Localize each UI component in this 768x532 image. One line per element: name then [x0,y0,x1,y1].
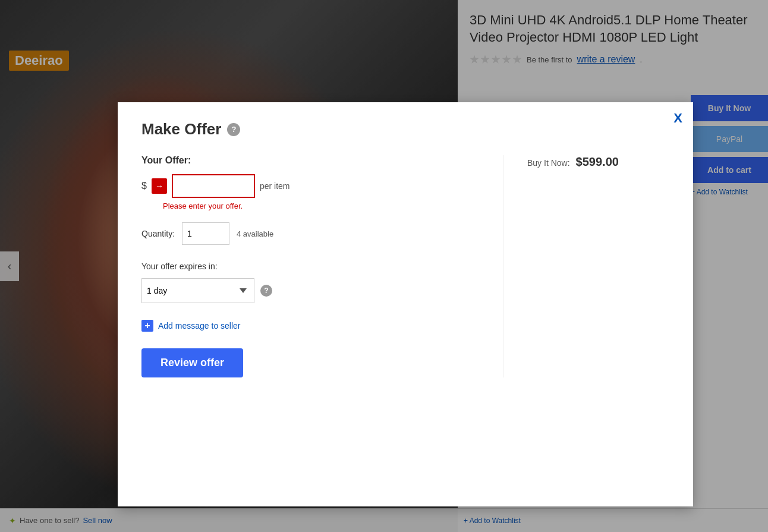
per-item-label: per item [260,181,290,191]
add-message-row: + Add message to seller [141,320,479,332]
your-offer-label: Your Offer: [141,155,479,166]
modal-title: Make Offer [141,120,221,138]
error-indicator-icon [152,178,167,194]
expires-help-icon[interactable]: ? [260,285,272,297]
expires-dropdown-row: 1 day 2 days 3 days 5 days 7 days ? [141,278,479,303]
modal-help-icon[interactable]: ? [227,123,240,136]
buy-it-now-price: $599.00 [576,155,619,169]
expires-select[interactable]: 1 day 2 days 3 days 5 days 7 days [141,278,254,303]
offer-input-row: $ per item [141,174,479,198]
add-message-plus-icon[interactable]: + [141,320,153,332]
available-text: 4 available [237,229,273,238]
modal-right-column: Buy It Now: $599.00 [503,155,669,377]
review-offer-button[interactable]: Review offer [141,348,243,377]
buy-now-price-row: Buy It Now: $599.00 [527,155,669,169]
offer-input[interactable] [172,174,255,198]
add-message-link[interactable]: Add message to seller [158,321,241,330]
buy-it-now-label: Buy It Now: [527,158,570,168]
modal-title-row: Make Offer ? [141,120,669,138]
modal-left-column: Your Offer: $ per item Please enter your… [141,155,503,377]
offer-error-message: Please enter your offer. [163,202,479,210]
dollar-sign: $ [141,181,147,191]
modal-close-button[interactable]: X [673,111,682,126]
modal-columns: Your Offer: $ per item Please enter your… [141,155,669,377]
quantity-input[interactable] [182,222,229,245]
quantity-label: Quantity: [141,229,175,238]
expires-label: Your offer expires in: [141,262,479,271]
quantity-row: Quantity: 4 available [141,222,479,245]
make-offer-modal: X Make Offer ? Your Offer: $ per item Pl… [118,102,693,506]
